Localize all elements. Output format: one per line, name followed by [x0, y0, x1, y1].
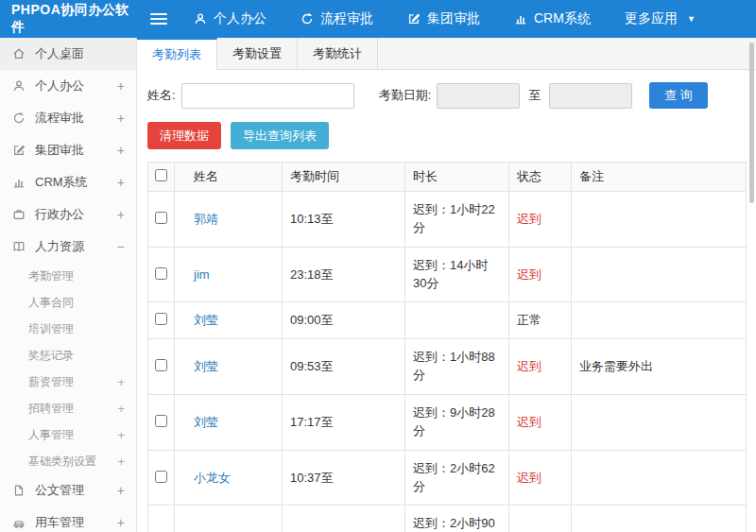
search-button[interactable]: 查 询: [649, 82, 708, 109]
sidebar-item-label: 个人办公: [35, 77, 84, 94]
sidebar: 个人桌面 个人办公 + 流程审批 + 集团审批 + CRM系统 + 行政办公 +…: [0, 38, 137, 532]
clean-data-button[interactable]: 清理数据: [147, 122, 221, 149]
expand-icon[interactable]: +: [117, 175, 125, 190]
document-icon: [11, 483, 26, 498]
employee-name-link[interactable]: 刘莹: [194, 359, 218, 373]
select-all-checkbox[interactable]: [155, 169, 167, 181]
header-time: 考勤时间: [283, 163, 405, 192]
sidebar-item-crm[interactable]: CRM系统 +: [0, 166, 136, 198]
sidebar-item-documents[interactable]: 公文管理 +: [0, 474, 136, 506]
sidebar-item-hr[interactable]: 人力资源 −: [0, 231, 136, 263]
top-menu-label: 集团审批: [427, 10, 480, 27]
export-list-button[interactable]: 导出查询列表: [231, 122, 329, 149]
row-checkbox[interactable]: [155, 471, 167, 483]
attendance-time: 09:00至: [283, 302, 405, 339]
sidebar-item-label: 行政办公: [35, 206, 84, 223]
status-badge: 迟到: [509, 450, 572, 506]
name-filter-input[interactable]: [181, 83, 354, 109]
table-row: 管理员 10:54至10:54 迟到：2小时90分 早退：7小时10分 迟到/早…: [148, 506, 747, 532]
note: 1111: [572, 506, 747, 532]
table-row: 刘莹 17:17至 迟到：9小时28分 迟到: [148, 395, 747, 451]
duration: 迟到：1小时22分: [405, 192, 509, 248]
attendance-time: 17:17至: [283, 395, 405, 451]
row-checkbox[interactable]: [155, 313, 167, 325]
vertical-scrollbar[interactable]: [749, 43, 754, 203]
top-menu-group-approval[interactable]: 集团审批: [407, 10, 480, 27]
top-menu-crm[interactable]: CRM系统: [514, 10, 591, 27]
tab-attendance-stats[interactable]: 考勤统计: [298, 38, 378, 69]
date-filter-label: 考勤日期:: [379, 87, 432, 104]
workflow-icon: [301, 12, 314, 26]
employee-name-link[interactable]: 刘莹: [194, 313, 218, 327]
tab-attendance-list[interactable]: 考勤列表: [137, 38, 217, 70]
row-checkbox[interactable]: [155, 212, 167, 224]
sidebar-item-label: 公文管理: [35, 482, 84, 499]
status-badge: 迟到: [509, 192, 572, 248]
sidebar-item-vehicle[interactable]: 用车管理 +: [0, 506, 136, 532]
attendance-time: 10:13至: [283, 192, 405, 248]
filter-bar: 姓名: 考勤日期: 至 查 询: [137, 70, 756, 119]
expand-icon[interactable]: +: [117, 428, 125, 442]
top-menu-more-apps[interactable]: 更多应用 ▼: [625, 10, 696, 27]
sidebar-item-desktop[interactable]: 个人桌面: [0, 38, 136, 70]
expand-icon[interactable]: +: [117, 402, 125, 416]
table-row: 刘莹 09:53至 迟到：1小时88分 迟到 业务需要外出: [148, 339, 747, 395]
duration: 迟到：1小时88分: [405, 339, 509, 395]
row-checkbox[interactable]: [155, 415, 167, 427]
person-icon: [194, 12, 207, 26]
table-row: 小龙女 10:37至 迟到：2小时62分 迟到: [148, 450, 747, 506]
sidebar-hr-submenu: 考勤管理 人事合同 培训管理 奖惩记录 薪资管理 + 招聘管理 + 人事管理 +…: [0, 263, 136, 474]
sidebar-item-label: CRM系统: [35, 174, 88, 191]
sidebar-subitem-recruit[interactable]: 招聘管理 +: [0, 395, 136, 421]
expand-icon[interactable]: +: [117, 207, 125, 222]
book-icon: [11, 239, 26, 254]
note: [572, 247, 747, 302]
duration: 迟到：14小时30分: [405, 247, 509, 302]
expand-icon[interactable]: +: [117, 143, 125, 158]
expand-icon[interactable]: +: [117, 375, 125, 389]
employee-name-link[interactable]: 刘莹: [194, 415, 218, 429]
expand-icon[interactable]: +: [117, 78, 125, 94]
sidebar-subitem-training[interactable]: 培训管理: [0, 316, 136, 342]
sidebar-item-workflow[interactable]: 流程审批 +: [0, 102, 136, 134]
sidebar-subitem-attendance[interactable]: 考勤管理: [0, 263, 136, 289]
expand-icon[interactable]: +: [117, 483, 125, 498]
sidebar-item-label: 个人桌面: [35, 45, 84, 62]
menu-toggle-icon[interactable]: [150, 10, 167, 27]
top-menu-personal-office[interactable]: 个人办公: [194, 10, 266, 27]
header-note: 备注: [572, 163, 747, 192]
sidebar-item-label: 集团审批: [35, 142, 84, 159]
expand-icon[interactable]: +: [117, 515, 125, 530]
employee-name-link[interactable]: 郭靖: [194, 212, 218, 226]
top-menu-workflow[interactable]: 流程审批: [301, 10, 373, 27]
attendance-time: 10:37至: [283, 450, 405, 506]
note: [572, 302, 747, 339]
home-icon: [11, 46, 26, 61]
sidebar-item-group-approval[interactable]: 集团审批 +: [0, 134, 136, 166]
action-bar: 清理数据 导出查询列表: [137, 119, 756, 162]
expand-icon[interactable]: +: [117, 111, 125, 126]
employee-name-link[interactable]: jim: [194, 267, 210, 282]
top-menu-label: 更多应用: [625, 10, 678, 27]
sidebar-subitem-contract[interactable]: 人事合同: [0, 289, 136, 316]
row-checkbox[interactable]: [155, 267, 167, 280]
date-from-input[interactable]: [437, 83, 520, 109]
sidebar-subitem-salary[interactable]: 薪资管理 +: [0, 369, 136, 395]
collapse-icon[interactable]: −: [117, 239, 125, 254]
sidebar-item-personal-office[interactable]: 个人办公 +: [0, 70, 136, 102]
sidebar-item-admin-office[interactable]: 行政办公 +: [0, 198, 136, 231]
sidebar-subitem-rewards[interactable]: 奖惩记录: [0, 342, 136, 369]
attendance-table: 姓名 考勤时间 时长 状态 备注 郭靖 10:13至 迟到：1小时22分 迟到 …: [147, 162, 747, 532]
tab-attendance-settings[interactable]: 考勤设置: [217, 38, 298, 69]
note: [572, 192, 747, 248]
status-badge: 正常: [509, 302, 572, 339]
employee-name-link[interactable]: 小龙女: [194, 471, 231, 485]
attendance-time: 09:53至: [283, 339, 405, 395]
row-checkbox[interactable]: [155, 359, 167, 371]
edit-icon: [11, 143, 26, 158]
sidebar-subitem-personnel[interactable]: 人事管理 +: [0, 421, 136, 448]
bar-chart-icon: [514, 12, 527, 26]
sidebar-subitem-base-category[interactable]: 基础类别设置 +: [0, 448, 136, 474]
date-to-input[interactable]: [549, 83, 632, 109]
expand-icon[interactable]: +: [117, 455, 125, 469]
